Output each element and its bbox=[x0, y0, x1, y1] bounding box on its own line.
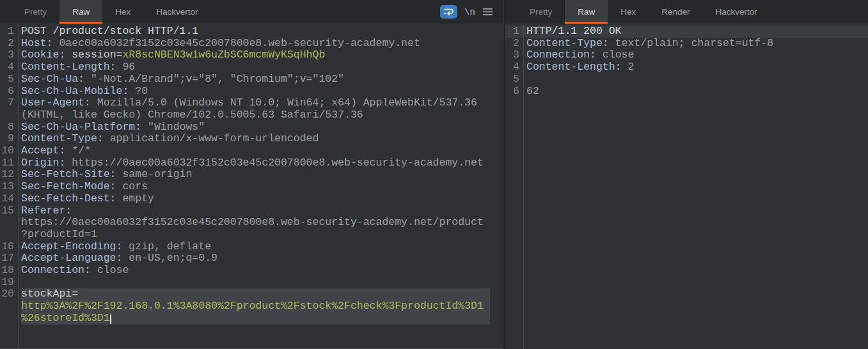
code-segment: "Windows" bbox=[148, 121, 205, 133]
code-segment: */* bbox=[72, 144, 91, 157]
line-number: 12 bbox=[0, 169, 14, 181]
code-segment: Content-Type: bbox=[21, 132, 110, 144]
code-segment: https://0aec00a6032f3152c03e45c2007800e8… bbox=[72, 157, 484, 169]
line-number: 3 bbox=[505, 49, 519, 61]
code-row: 17Accept-Language: en-US,en;q=0.9 bbox=[0, 252, 503, 265]
response-tab-raw[interactable]: Raw bbox=[565, 0, 608, 24]
code-text: stockApi= bbox=[21, 288, 490, 300]
line-number: 3 bbox=[0, 49, 14, 61]
response-panel: PrettyRawHexRenderHackvertor 1HTTP/1.1 2… bbox=[505, 0, 868, 349]
line-number: 2 bbox=[505, 38, 519, 50]
code-segment: ?productId=1 bbox=[21, 228, 97, 240]
line-number: 10 bbox=[0, 145, 14, 157]
line-number: 1 bbox=[0, 26, 14, 38]
code-segment: Sec-Ch-Ua: bbox=[21, 73, 91, 85]
hamburger-menu-icon bbox=[482, 8, 493, 16]
code-row: 5Sec-Ch-Ua: "-Not.A/Brand";v="8", "Chrom… bbox=[0, 74, 503, 86]
editor-menu-button[interactable] bbox=[482, 8, 493, 16]
code-text: Connection: close bbox=[21, 265, 490, 277]
code-segment: POST /product/stock HTTP/1.1 bbox=[21, 25, 198, 37]
code-segment: %26storeId%3D1 bbox=[21, 312, 110, 324]
word-wrap-toggle-button[interactable] bbox=[440, 5, 457, 19]
line-number: 17 bbox=[0, 252, 14, 265]
response-tab-hex[interactable]: Hex bbox=[608, 0, 649, 24]
code-segment: 2 bbox=[627, 61, 634, 73]
newline-chars-icon: \n bbox=[464, 7, 475, 17]
code-text: Accept-Language: en-US,en;q=0.9 bbox=[21, 252, 490, 265]
code-text: Host: 0aec00a6032f3152c03e45c2007800e8.w… bbox=[21, 38, 490, 50]
line-number: 14 bbox=[0, 193, 14, 205]
request-tab-raw[interactable]: Raw bbox=[59, 0, 102, 24]
code-row: 11Origin: https://0aec00a6032f3152c03e45… bbox=[0, 157, 503, 169]
code-text: Accept-Encoding: gzip, deflate bbox=[21, 241, 490, 253]
request-tab-hackvertor[interactable]: Hackvertor bbox=[143, 0, 210, 24]
response-tab-pretty[interactable]: Pretty bbox=[517, 0, 565, 24]
text-cursor bbox=[110, 314, 111, 324]
line-number: 18 bbox=[0, 265, 14, 277]
code-text: (KHTML, like Gecko) Chrome/102.0.5005.63… bbox=[21, 109, 490, 121]
code-segment: close bbox=[603, 49, 635, 61]
code-segment: xR8scNBEN3w1w6uZbSC6mcmWyKSqHhQb bbox=[122, 49, 325, 61]
code-text: 62 bbox=[526, 86, 868, 98]
code-segment: Sec-Ch-Ua-Mobile: bbox=[21, 85, 135, 97]
code-text: Sec-Fetch-Site: same-origin bbox=[21, 169, 490, 181]
code-text bbox=[21, 277, 490, 289]
code-row: 10Accept: */* bbox=[0, 145, 503, 157]
code-row: 3Connection: close bbox=[505, 49, 868, 61]
code-text: Sec-Fetch-Dest: empty bbox=[21, 193, 490, 205]
code-row: 662 bbox=[505, 86, 868, 98]
code-row: 8Sec-Ch-Ua-Platform: "Windows" bbox=[0, 121, 503, 134]
code-text: Sec-Ch-Ua: "-Not.A/Brand";v="8", "Chromi… bbox=[21, 74, 490, 86]
code-segment: Host: bbox=[21, 37, 59, 49]
code-row: 4Content-Length: 96 bbox=[0, 61, 503, 74]
show-newlines-toggle-button[interactable]: \n bbox=[463, 7, 477, 17]
code-segment: (KHTML, like Gecko) Chrome/102.0.5005.63… bbox=[21, 109, 363, 121]
code-text: User-Agent: Mozilla/5.0 (Windows NT 10.0… bbox=[21, 97, 490, 109]
code-text: Content-Type: application/x-www-form-url… bbox=[21, 133, 490, 145]
request-tab-pretty[interactable]: Pretty bbox=[12, 0, 59, 24]
code-segment: Sec-Fetch-Dest: bbox=[21, 192, 122, 205]
code-text bbox=[526, 74, 868, 86]
line-number bbox=[0, 229, 14, 241]
code-row: 19 bbox=[0, 277, 503, 289]
line-number: 8 bbox=[0, 121, 14, 134]
repeater-message-view: PrettyRawHexHackvertor \n bbox=[0, 0, 868, 349]
code-text: Referer: bbox=[21, 205, 490, 217]
code-segment: HTTP/1.1 200 OK bbox=[526, 25, 622, 37]
code-segment: Referer: bbox=[21, 205, 72, 217]
code-segment: Content-Type: bbox=[526, 37, 615, 49]
code-segment: same-origin bbox=[122, 168, 192, 180]
line-number bbox=[0, 300, 14, 313]
code-segment: User-Agent: bbox=[21, 97, 97, 109]
code-row: 2Content-Type: text/plain; charset=utf-8 bbox=[505, 38, 868, 50]
code-row: http%3A%2F%2F192.168.0.1%3A8080%2Fproduc… bbox=[0, 300, 503, 313]
line-number: 1 bbox=[505, 26, 519, 38]
request-tab-hex[interactable]: Hex bbox=[102, 0, 143, 24]
code-row: 5 bbox=[505, 74, 868, 86]
code-row: 1HTTP/1.1 200 OK bbox=[505, 26, 868, 38]
line-number: 4 bbox=[505, 61, 519, 74]
line-number: 5 bbox=[0, 74, 14, 86]
code-text: Sec-Fetch-Mode: cors bbox=[21, 181, 490, 193]
line-number bbox=[0, 313, 14, 325]
line-number: 5 bbox=[505, 74, 519, 86]
code-row: (KHTML, like Gecko) Chrome/102.0.5005.63… bbox=[0, 109, 503, 121]
response-editor[interactable]: 1HTTP/1.1 200 OK2Content-Type: text/plai… bbox=[505, 24, 868, 349]
code-text: Sec-Ch-Ua-Platform: "Windows" bbox=[21, 121, 490, 134]
code-row: 14Sec-Fetch-Dest: empty bbox=[0, 193, 503, 205]
code-segment: Sec-Ch-Ua-Platform: bbox=[21, 121, 148, 133]
code-segment: "-Not.A/Brand";v="8", "Chromium";v="102" bbox=[91, 73, 344, 85]
response-tab-render[interactable]: Render bbox=[649, 0, 702, 24]
code-segment: Sec-Fetch-Mode: bbox=[21, 180, 122, 192]
request-editor[interactable]: 1POST /product/stock HTTP/1.12Host: 0aec… bbox=[0, 24, 503, 349]
code-row: 3Cookie: session=xR8scNBEN3w1w6uZbSC6mcm… bbox=[0, 49, 503, 61]
code-row: 4Content-Length: 2 bbox=[505, 61, 868, 74]
code-text: Content-Type: text/plain; charset=utf-8 bbox=[526, 38, 868, 50]
code-text: %26storeId%3D1 bbox=[21, 313, 490, 325]
code-segment: https://0aec00a6032f3152c03e45c2007800e8… bbox=[21, 216, 484, 228]
code-text: POST /product/stock HTTP/1.1 bbox=[21, 26, 490, 38]
code-segment: gzip, deflate bbox=[129, 240, 211, 252]
code-text: Accept: */* bbox=[21, 145, 490, 157]
response-tab-hackvertor[interactable]: Hackvertor bbox=[703, 0, 770, 24]
response-tabbar: PrettyRawHexRenderHackvertor bbox=[505, 0, 868, 24]
